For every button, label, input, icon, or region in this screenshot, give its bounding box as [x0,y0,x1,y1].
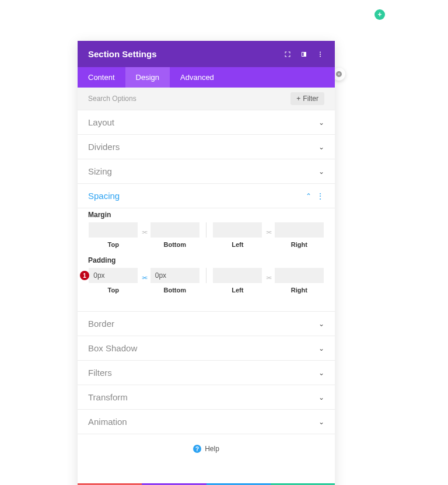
section-dividers[interactable]: Dividers ⌄ [78,135,335,159]
section-animation[interactable]: Animation ⌄ [78,410,335,434]
kebab-icon[interactable]: ⋮ [316,191,324,201]
chevron-up-icon: ⌃ [306,192,312,200]
padding-label: Padding [88,256,324,264]
callout-badge: 1 [80,271,89,280]
section-settings-modal: Section Settings Content Design Advanced… [78,41,335,485]
svg-point-2 [320,55,321,57]
modal-title: Section Settings [88,49,157,59]
margin-top-input[interactable] [89,222,138,238]
margin-right-input[interactable] [275,222,324,238]
chevron-down-icon: ⌄ [318,118,324,127]
header-actions [284,50,324,58]
link-icon[interactable]: ⫘ [265,225,272,235]
tab-design[interactable]: Design [125,67,170,88]
section-spacing[interactable]: Spacing ⌃ ⋮ [78,184,335,208]
padding-bottom-input[interactable] [150,268,200,283]
chevron-down-icon: ⌄ [318,393,324,402]
link-icon[interactable]: ⫘ [141,225,148,235]
filter-label: Filter [303,95,318,103]
margin-left-input[interactable] [213,222,262,238]
margin-label: Margin [88,211,324,219]
search-row: Search Options + Filter [78,88,335,110]
divider [206,222,206,238]
margin-row: Top ⫘ Bottom Left ⫘ Right [88,222,324,248]
section-filters[interactable]: Filters ⌄ [78,361,335,385]
spacing-panel: Margin Top ⫘ Bottom Left ⫘ [78,208,335,312]
snap-icon[interactable] [300,50,308,58]
modal-header: Section Settings [78,41,335,67]
search-input[interactable]: Search Options [88,95,136,103]
filter-button[interactable]: + Filter [290,92,324,105]
chevron-down-icon: ⌄ [318,369,324,377]
padding-left-input[interactable] [213,268,262,283]
kebab-icon[interactable] [316,50,324,58]
chevron-down-icon: ⌄ [318,143,324,151]
tab-content[interactable]: Content [78,67,125,88]
section-transform[interactable]: Transform ⌄ [78,385,335,410]
tab-bar: Content Design Advanced [78,67,335,88]
chevron-down-icon: ⌄ [318,344,324,353]
section-layout[interactable]: Layout ⌄ [78,110,335,135]
padding-row: 1 Top ⫘ Bottom Left ⫘ [88,268,324,294]
chevron-down-icon: ⌄ [318,320,324,328]
svg-point-0 [320,51,321,53]
help-row[interactable]: ? Help [78,434,335,467]
add-section-fab[interactable]: + [374,9,385,20]
section-sizing[interactable]: Sizing ⌄ [78,159,335,184]
section-border[interactable]: Border ⌄ [78,312,335,336]
plus-icon: + [296,95,300,103]
divider [206,268,206,283]
padding-right-input[interactable] [275,268,324,283]
link-icon[interactable]: ⫘ [265,270,272,281]
padding-top-input[interactable] [89,268,138,283]
help-label: Help [205,445,219,453]
expand-icon[interactable] [284,50,292,58]
section-boxshadow[interactable]: Box Shadow ⌄ [78,336,335,361]
margin-bottom-input[interactable] [150,222,200,238]
svg-point-1 [320,54,321,55]
help-icon: ? [193,445,201,453]
chevron-down-icon: ⌄ [318,418,324,426]
chevron-down-icon: ⌄ [318,168,324,176]
link-icon[interactable]: ⫘ [141,270,148,281]
tab-advanced[interactable]: Advanced [170,67,225,88]
